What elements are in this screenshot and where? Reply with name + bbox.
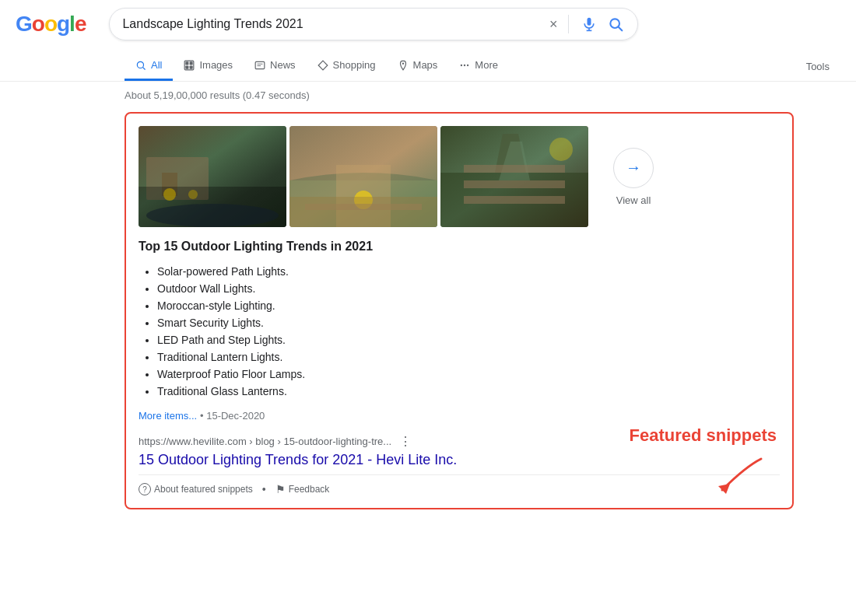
snippet-image-2[interactable] [289,126,437,227]
results-count: About 5,19,00,000 results (0.47 seconds) [125,89,840,101]
logo-letter-e: e [75,12,86,37]
tab-shopping-label: Shopping [333,59,376,71]
nav-tabs: All Images News Shopping Maps [0,48,856,82]
svg-point-38 [549,138,573,161]
search-button[interactable] [606,15,625,33]
all-tab-icon [135,60,146,71]
more-date-row: More items... • 15-Dec-2020 [139,409,780,422]
svg-rect-30 [305,204,422,210]
svg-rect-22 [162,173,177,196]
snippet-list: Solar-powered Path Lights. Outdoor Wall … [139,263,780,400]
svg-rect-8 [186,61,189,65]
clear-icon[interactable]: × [549,16,558,33]
maps-tab-icon [398,60,409,71]
header: Google × [0,0,856,48]
bottom-bar: ? About featured snippets • ⚑ Feedback [139,474,780,495]
landscape-image-3-svg [440,126,588,227]
snippet-image-1[interactable] [139,126,286,227]
about-featured-label: About featured snippets [154,484,253,495]
image-grid [139,126,588,227]
svg-marker-15 [318,61,328,70]
svg-rect-11 [190,65,193,68]
feedback-label: Feedback [289,484,330,495]
list-item: Outdoor Wall Lights. [157,280,780,297]
question-icon: ? [139,483,151,495]
list-item: LED Path and Step Lights. [157,331,780,348]
logo-letter-o2: o [44,12,57,37]
tab-all[interactable]: All [125,51,173,81]
svg-rect-35 [464,165,565,173]
tab-images-label: Images [199,59,233,71]
snippet-date: • 15-Dec-2020 [200,410,265,422]
svg-rect-36 [464,180,565,188]
landscape-image-2-svg [289,126,437,227]
svg-point-23 [146,204,279,227]
more-items-link[interactable]: More items... [139,410,197,422]
shopping-tab-icon [317,60,328,71]
tab-all-label: All [151,59,162,71]
result-menu-dots[interactable]: ⋮ [399,434,412,449]
svg-rect-9 [190,61,193,65]
tab-news-label: News [270,59,296,71]
tab-more[interactable]: More [448,51,509,81]
svg-point-18 [464,64,465,65]
svg-rect-0 [588,18,591,26]
result-url: https://www.hevilite.com › blog › 15-out… [139,436,391,447]
svg-rect-10 [186,65,189,68]
list-item: Traditional Lantern Lights. [157,348,780,366]
result-title-link[interactable]: 15 Outdoor Lighting Trends for 2021 - He… [139,452,457,467]
svg-point-17 [461,64,462,65]
tab-news[interactable]: News [244,51,307,81]
images-tab-icon [184,60,195,71]
snippet-image-3[interactable] [440,126,588,227]
svg-point-19 [467,64,468,65]
logo-letter-g: G [16,12,32,37]
logo-letter-o1: o [32,12,44,37]
search-input[interactable] [122,17,541,31]
search-bar[interactable]: × [109,8,638,40]
more-tab-icon [459,60,470,71]
tools-tab[interactable]: Tools [795,53,840,80]
svg-point-25 [188,190,198,199]
google-logo: Google [16,12,86,37]
arrow-right-icon: → [626,159,641,177]
about-featured-snippets-link[interactable]: ? About featured snippets [139,483,253,495]
list-item: Traditional Glass Lanterns. [157,383,780,400]
svg-line-4 [619,27,623,31]
list-item: Solar-powered Path Lights. [157,263,780,280]
svg-point-16 [402,62,403,64]
svg-rect-12 [255,61,265,68]
bottom-separator: • [262,483,266,495]
list-item: Moroccan-style Lighting. [157,297,780,314]
feedback-icon: ⚑ [275,483,286,495]
svg-rect-37 [464,196,565,204]
list-item: Smart Security Lights. [157,314,780,331]
arrow-annotation [691,451,769,500]
svg-point-29 [354,191,373,209]
mic-icon [581,16,597,32]
svg-marker-39 [718,484,730,494]
svg-point-24 [163,188,176,201]
view-all-circle[interactable]: → [613,148,654,188]
tab-more-label: More [475,59,498,71]
mic-button[interactable] [580,15,598,33]
news-tab-icon [254,60,265,71]
logo-letter-g2: g [57,12,69,37]
tab-maps-label: Maps [413,59,438,71]
logo-letter-l: l [69,12,75,37]
snippet-title: Top 15 Outdoor Lighting Trends in 2021 [139,240,780,254]
tab-maps[interactable]: Maps [387,51,449,81]
view-all-button[interactable]: → View all [613,148,654,206]
feedback-button[interactable]: ⚑ Feedback [275,483,330,495]
featured-snippet-box: → View all Top 15 Outdoor Lighting Trend… [125,112,794,509]
svg-line-6 [143,67,146,69]
search-icon [608,16,623,32]
list-item: Waterproof Patio Floor Lamps. [157,366,780,383]
results-area: About 5,19,00,000 results (0.47 seconds) [0,82,856,517]
view-all-label: View all [616,194,651,206]
featured-snippets-annotation: Featured snippets [630,425,777,446]
tab-shopping[interactable]: Shopping [307,51,387,81]
annotation-arrow [691,451,769,498]
tab-images[interactable]: Images [173,51,244,81]
separator [568,15,569,33]
